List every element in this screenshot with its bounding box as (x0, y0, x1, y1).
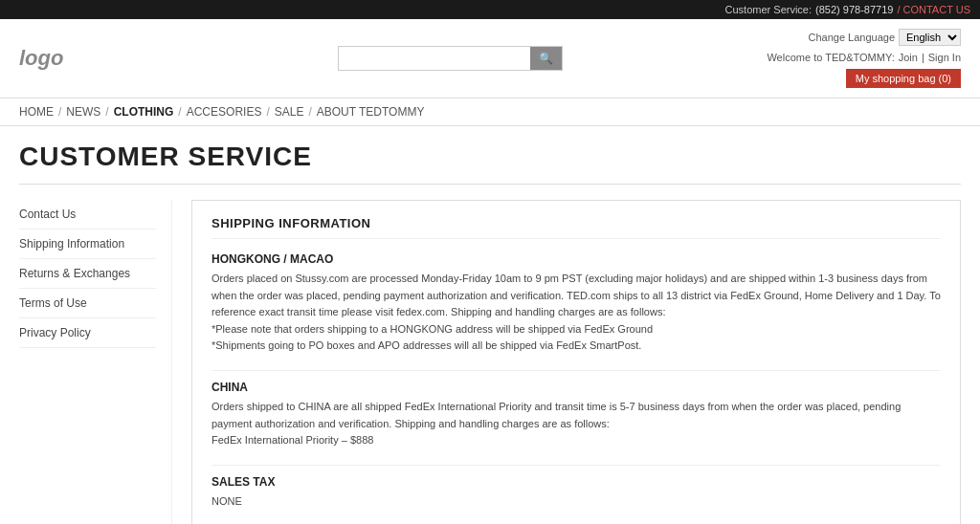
sidebar-item-shipping[interactable]: Shipping Information (19, 237, 124, 251)
language-select[interactable]: English (899, 29, 961, 46)
search-area: 🔍 (338, 46, 563, 71)
section-title: SHIPPING INFORMATION (212, 216, 941, 239)
sales-tax-section: SALES TAX NONE (212, 475, 941, 511)
shipping-hk-section: HONGKONG / MACAO Orders placed on Stussy… (212, 252, 941, 355)
nav-about[interactable]: ABOUT TEDTOMMY (317, 105, 425, 119)
cart-button[interactable]: My shopping bag (0) (846, 69, 961, 88)
nav-news[interactable]: NEWS (66, 105, 100, 119)
sidebar-item-returns[interactable]: Returns & Exchanges (19, 267, 130, 280)
tax-body: NONE (212, 493, 941, 511)
header-right: Change Language English Welcome to TED&T… (767, 29, 961, 88)
hk-title: HONGKONG / MACAO (212, 252, 941, 266)
nav-sale[interactable]: SALE (275, 105, 304, 119)
join-link[interactable]: Join (899, 52, 918, 63)
sidebar-item-contact[interactable]: Contact Us (19, 207, 76, 221)
sidebar-item-terms[interactable]: Terms of Use (19, 296, 87, 310)
tax-title: SALES TAX (212, 475, 941, 489)
header-account-links: Welcome to TED&TOMMY: Join | Sign In (767, 52, 961, 63)
china-title: CHINA (212, 381, 941, 394)
logo: logo (19, 46, 134, 71)
hk-note2: *Shipments going to PO boxes and APO add… (212, 338, 941, 355)
china-fedex: FedEx International Priority – $888 (212, 432, 941, 449)
nav-clothing[interactable]: CLOTHING (114, 105, 174, 119)
page-title: CUSTOMER SERVICE (19, 142, 961, 185)
phone-number: (852) 978-87719 (815, 4, 893, 15)
sidebar-item-privacy[interactable]: Privacy Policy (19, 326, 91, 339)
customer-service-label: Customer Service: (725, 4, 812, 15)
nav-bar: HOME / NEWS / CLOTHING / ACCESORIES / SA… (0, 98, 980, 126)
sidebar: Contact Us Shipping Information Returns … (19, 200, 172, 524)
search-button[interactable]: 🔍 (530, 47, 562, 70)
hk-note1: *Please note that orders shipping to a H… (212, 321, 941, 338)
contact-link[interactable]: / CONTACT US (897, 4, 970, 15)
shipping-china-section: CHINA Orders shipped to CHINA are all sh… (212, 381, 941, 449)
china-body: Orders shipped to CHINA are all shipped … (212, 399, 941, 432)
hk-body: Orders placed on Stussy.com are processe… (212, 271, 941, 321)
top-bar: Customer Service: (852) 978-87719 / CONT… (0, 0, 980, 19)
content-area: SHIPPING INFORMATION HONGKONG / MACAO Or… (191, 200, 961, 524)
sign-in-link[interactable]: Sign In (928, 52, 961, 63)
nav-accesories[interactable]: ACCESORIES (187, 105, 262, 119)
search-input[interactable] (339, 48, 530, 69)
nav-home[interactable]: HOME (19, 105, 54, 119)
language-selector: Change Language English (808, 29, 961, 46)
